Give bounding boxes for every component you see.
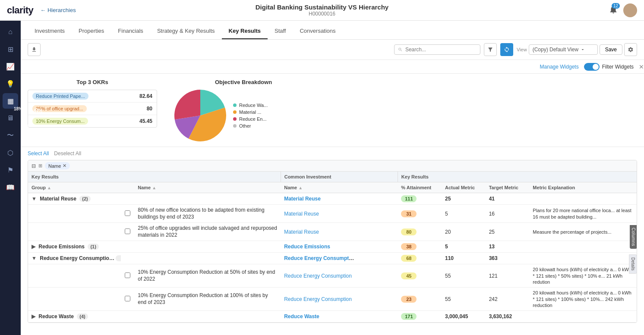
actual-cell: 55 [442,288,486,311]
row-checkbox[interactable] [125,272,130,278]
sidebar-icon-chart[interactable]: 📈 [3,59,18,74]
explanation-cell: 20 kilowatt hours (kWh) of electricity a… [529,288,637,311]
group-cell [28,264,121,288]
top-nav: clarity ← Hierarchies Digital Banking Su… [0,0,644,21]
data-table-wrapper: ⊟ ⊞ Name ✕ [28,160,637,323]
group-expand-material-reuse[interactable]: ▼ [32,196,37,202]
legend-item-0: Reduce Wa... [233,103,268,108]
search-box[interactable] [394,44,480,55]
page-title-block: Digital Banking Sustainability VS Hierar… [256,3,388,17]
row-checkbox[interactable] [125,296,130,301]
actual-cell: 25 [442,193,486,205]
tab-staff[interactable]: Staff [268,23,293,39]
table-row: 10% Energy Consumption Reduction at 100%… [28,288,637,311]
col-header-ci-name: Name ▲ [281,182,359,193]
legend-item-1: Material ... [233,110,268,115]
back-link[interactable]: ← Hierarchies [40,7,76,13]
collapse-icon[interactable]: ⊟ [32,163,36,169]
cb-cell[interactable] [121,264,135,288]
kr2-cell [359,264,398,288]
kr-name-cell [134,311,281,322]
legend-label-0: Reduce Wa... [239,103,268,108]
tab-financials[interactable]: Financials [111,23,150,39]
table-header-row-1: Key Results Common Investment Key Result… [28,172,637,182]
ci-name-cell: Reduce Energy Consumption [281,288,359,311]
actual-cell: 55 [442,264,486,288]
group-expand-reduce-energy[interactable]: ▼ [32,255,37,261]
group-expand-reduce-waste[interactable]: ▶ [32,313,35,319]
actual-cell: 20 [442,223,486,241]
pct-cell: 68 [398,253,442,264]
tab-conversations[interactable]: Conversations [293,23,342,39]
target-cell: 363 [486,253,530,264]
pct-cell: 31 [398,205,442,223]
actual-cell: 5 [442,205,486,223]
columns-tab[interactable]: Columns [630,225,637,249]
okr-score-2: 45.45 [139,118,152,124]
search-input[interactable] [405,47,477,53]
app-logo: clarity [7,5,33,16]
download-button[interactable] [28,43,41,56]
col-header-name: Name ▲ [134,182,281,193]
view-dropdown[interactable]: (Copy) Default View [529,44,598,55]
main-content: Investments Properties Financials Strate… [21,21,644,335]
target-cell: 25 [486,223,530,241]
manage-widgets-link[interactable]: Manage Widgets [540,64,579,70]
sidebar-icon-lightbulb[interactable]: 💡 [3,76,18,91]
select-all-link[interactable]: Select All [28,150,49,157]
filter-button[interactable] [484,43,497,56]
sidebar-icon-nodes[interactable]: ⬡ [3,145,18,160]
filter-widgets-switch[interactable] [584,63,600,71]
charts-area: Top 3 OKRs Reduce Printed Pape... 82.64 … [21,74,644,147]
okr-score-1: 80 [147,106,152,112]
svg-text:29%: 29% [21,124,29,128]
content-area: Select All Deselect All ⊟ ⊞ Name ✕ [21,147,644,335]
col-header-group: Group ▲ [28,182,121,193]
col-header-key-results-section2: Key Results [398,172,637,182]
toolbar-left [28,43,41,56]
tab-key-results[interactable]: Key Results [222,23,268,39]
refresh-button[interactable] [500,43,513,56]
row-checkbox[interactable] [125,229,130,234]
view-selector: View (Copy) Default View Save [517,43,637,56]
cb-cell[interactable] [121,205,135,223]
pct-cell: 80 [398,223,442,241]
page-subtitle: H00000016 [256,11,388,17]
cb-cell[interactable] [121,223,135,241]
kr2-cell [359,193,398,205]
group-cell: ▶ Reduce Emissions (1) [28,241,121,253]
pct-cell: 45 [398,264,442,288]
row-checkbox[interactable] [125,210,130,216]
notification-button[interactable]: 12 [609,5,618,16]
avatar[interactable] [623,3,637,17]
actual-cell: 3,000,045 [442,311,486,322]
cb-cell[interactable] [121,288,135,311]
tab-properties[interactable]: Properties [72,23,111,39]
pct-cell: 111 [398,193,442,205]
explanation-cell [529,193,637,205]
kr2-cell [359,205,398,223]
close-widgets-button[interactable]: ✕ [639,63,644,70]
cb-cell [121,253,135,264]
top-right: 12 [609,3,637,17]
legend-label-2: Reduce En... [239,116,267,122]
select-controls: Select All Deselect All [28,150,637,157]
target-cell: 121 [486,264,530,288]
sidebar-icon-book[interactable]: 📖 [3,179,18,195]
group-cell: ▶ Reduce Waste (4) [28,311,121,322]
chip-close-button[interactable]: ✕ [63,163,66,169]
sidebar-icon-flag[interactable]: ⚑ [3,162,18,178]
deselect-all-link[interactable]: Deselect All [54,150,81,157]
explanation-cell: 20 kilowatt hours (kWh) of electricity a… [529,264,637,288]
settings-button[interactable] [624,43,637,56]
sidebar-icon-grid[interactable]: ⊞ [3,41,18,57]
sidebar-icon-home[interactable]: ⌂ [3,24,18,40]
group-expand-reduce-emissions[interactable]: ▶ [32,244,35,250]
svg-text:44%: 44% [34,108,42,113]
group-cell: ▼ Material Reuse (2) [28,193,121,205]
legend-label-1: Material ... [239,110,261,115]
details-tab[interactable]: Details [629,254,637,274]
save-button[interactable]: Save [600,44,622,55]
tab-strategy-key-results[interactable]: Strategy & Key Results [150,23,222,39]
tab-investments[interactable]: Investments [28,23,72,39]
